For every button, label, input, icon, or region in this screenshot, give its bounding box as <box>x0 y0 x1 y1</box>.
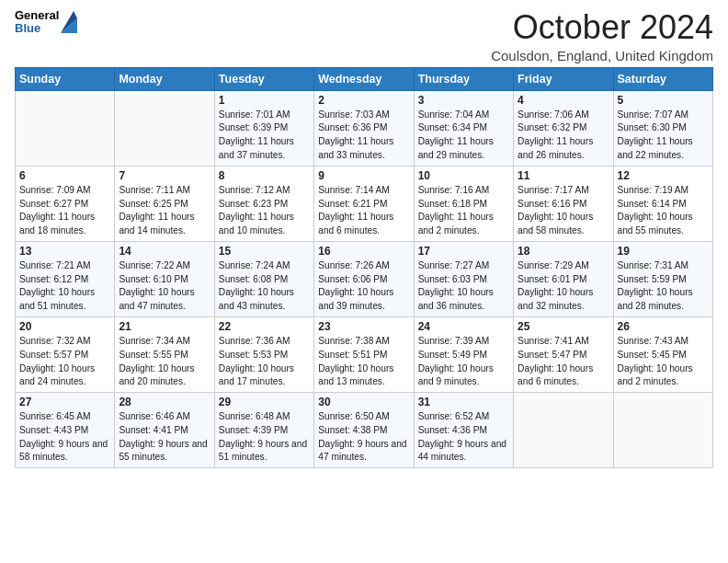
day-info: Sunrise: 7:22 AMSunset: 6:10 PMDaylight:… <box>119 259 210 314</box>
day-info: Sunrise: 7:01 AMSunset: 6:39 PMDaylight:… <box>219 109 310 163</box>
day-info: Sunrise: 7:43 AMSunset: 5:45 PMDaylight:… <box>618 335 709 389</box>
table-row: 26Sunrise: 7:43 AMSunset: 5:45 PMDayligh… <box>613 316 712 392</box>
table-row: 6Sunrise: 7:09 AMSunset: 6:27 PMDaylight… <box>16 166 115 241</box>
table-row: 27Sunrise: 6:45 AMSunset: 4:43 PMDayligh… <box>16 393 115 468</box>
table-row: 2Sunrise: 7:03 AMSunset: 6:36 PMDaylight… <box>314 90 414 166</box>
day-info: Sunrise: 7:32 AMSunset: 5:57 PMDaylight:… <box>19 335 110 389</box>
day-number: 13 <box>19 245 110 258</box>
day-info: Sunrise: 7:24 AMSunset: 6:08 PMDaylight:… <box>219 259 310 314</box>
day-info: Sunrise: 7:29 AMSunset: 6:01 PMDaylight:… <box>518 259 609 314</box>
col-monday: Monday <box>115 67 214 90</box>
day-info: Sunrise: 6:48 AMSunset: 4:39 PMDaylight:… <box>219 410 310 465</box>
day-number: 9 <box>318 169 409 182</box>
month-title: October 2024 <box>491 9 713 46</box>
day-number: 15 <box>219 245 310 258</box>
table-row: 19Sunrise: 7:31 AMSunset: 5:59 PMDayligh… <box>613 241 712 316</box>
table-row: 10Sunrise: 7:16 AMSunset: 6:18 PMDayligh… <box>414 166 513 241</box>
day-number: 2 <box>318 94 409 107</box>
col-tuesday: Tuesday <box>214 67 313 90</box>
table-row: 9Sunrise: 7:14 AMSunset: 6:21 PMDaylight… <box>314 166 414 241</box>
day-number: 5 <box>618 94 709 107</box>
day-number: 16 <box>318 245 409 258</box>
day-info: Sunrise: 7:11 AMSunset: 6:25 PMDaylight:… <box>119 184 210 238</box>
day-info: Sunrise: 7:41 AMSunset: 5:47 PMDaylight:… <box>518 335 609 389</box>
day-number: 8 <box>219 169 310 182</box>
col-friday: Friday <box>514 67 613 90</box>
calendar-week-row: 6Sunrise: 7:09 AMSunset: 6:27 PMDaylight… <box>16 166 713 241</box>
day-info: Sunrise: 7:36 AMSunset: 5:53 PMDaylight:… <box>219 335 310 389</box>
table-row: 17Sunrise: 7:27 AMSunset: 6:03 PMDayligh… <box>414 241 513 316</box>
table-row: 30Sunrise: 6:50 AMSunset: 4:38 PMDayligh… <box>314 393 414 468</box>
table-row: 29Sunrise: 6:48 AMSunset: 4:39 PMDayligh… <box>214 393 313 468</box>
day-number: 26 <box>618 320 709 333</box>
day-number: 12 <box>618 169 709 182</box>
day-info: Sunrise: 7:14 AMSunset: 6:21 PMDaylight:… <box>318 184 409 238</box>
calendar-week-row: 20Sunrise: 7:32 AMSunset: 5:57 PMDayligh… <box>16 316 713 392</box>
day-number: 27 <box>19 396 110 408</box>
day-number: 25 <box>518 320 609 333</box>
col-sunday: Sunday <box>16 67 115 90</box>
header: General Blue October 2024 Coulsdon, Engl… <box>15 9 713 63</box>
table-row <box>514 393 613 468</box>
day-info: Sunrise: 7:09 AMSunset: 6:27 PMDaylight:… <box>19 184 110 238</box>
day-number: 18 <box>518 245 609 258</box>
day-number: 29 <box>219 396 310 408</box>
table-row: 13Sunrise: 7:21 AMSunset: 6:12 PMDayligh… <box>16 241 115 316</box>
day-info: Sunrise: 7:07 AMSunset: 6:30 PMDaylight:… <box>618 109 709 163</box>
col-saturday: Saturday <box>613 67 712 90</box>
day-number: 11 <box>518 169 609 182</box>
day-info: Sunrise: 7:03 AMSunset: 6:36 PMDaylight:… <box>318 109 409 163</box>
col-thursday: Thursday <box>414 67 513 90</box>
day-info: Sunrise: 7:31 AMSunset: 5:59 PMDaylight:… <box>618 259 709 314</box>
title-block: October 2024 Coulsdon, England, United K… <box>491 9 713 63</box>
day-number: 20 <box>19 320 110 333</box>
day-number: 3 <box>418 94 509 107</box>
day-info: Sunrise: 7:19 AMSunset: 6:14 PMDaylight:… <box>618 184 709 238</box>
calendar-week-row: 13Sunrise: 7:21 AMSunset: 6:12 PMDayligh… <box>16 241 713 316</box>
table-row: 14Sunrise: 7:22 AMSunset: 6:10 PMDayligh… <box>115 241 214 316</box>
day-number: 17 <box>418 245 509 258</box>
table-row: 20Sunrise: 7:32 AMSunset: 5:57 PMDayligh… <box>16 316 115 392</box>
logo-general: General <box>15 9 59 22</box>
day-number: 23 <box>318 320 409 333</box>
day-info: Sunrise: 7:38 AMSunset: 5:51 PMDaylight:… <box>318 335 409 389</box>
col-wednesday: Wednesday <box>314 67 414 90</box>
day-number: 30 <box>318 396 409 408</box>
logo-blue: Blue <box>15 22 59 35</box>
table-row: 25Sunrise: 7:41 AMSunset: 5:47 PMDayligh… <box>514 316 613 392</box>
table-row: 3Sunrise: 7:04 AMSunset: 6:34 PMDaylight… <box>414 90 513 166</box>
day-number: 28 <box>119 396 210 408</box>
table-row: 4Sunrise: 7:06 AMSunset: 6:32 PMDaylight… <box>514 90 613 166</box>
table-row: 1Sunrise: 7:01 AMSunset: 6:39 PMDaylight… <box>214 90 313 166</box>
day-info: Sunrise: 7:12 AMSunset: 6:23 PMDaylight:… <box>219 184 310 238</box>
day-number: 1 <box>219 94 310 107</box>
day-info: Sunrise: 7:39 AMSunset: 5:49 PMDaylight:… <box>418 335 509 389</box>
day-info: Sunrise: 7:27 AMSunset: 6:03 PMDaylight:… <box>418 259 509 314</box>
day-info: Sunrise: 7:16 AMSunset: 6:18 PMDaylight:… <box>418 184 509 238</box>
table-row <box>115 90 214 166</box>
day-number: 24 <box>418 320 509 333</box>
table-row: 21Sunrise: 7:34 AMSunset: 5:55 PMDayligh… <box>115 316 214 392</box>
page: General Blue October 2024 Coulsdon, Engl… <box>0 0 728 563</box>
header-row: Sunday Monday Tuesday Wednesday Thursday… <box>16 67 713 90</box>
logo-text: General Blue <box>15 9 59 36</box>
day-info: Sunrise: 7:34 AMSunset: 5:55 PMDaylight:… <box>119 335 210 389</box>
day-number: 14 <box>119 245 210 258</box>
calendar-week-row: 1Sunrise: 7:01 AMSunset: 6:39 PMDaylight… <box>16 90 713 166</box>
calendar-week-row: 27Sunrise: 6:45 AMSunset: 4:43 PMDayligh… <box>16 393 713 468</box>
table-row: 5Sunrise: 7:07 AMSunset: 6:30 PMDaylight… <box>613 90 712 166</box>
table-row: 28Sunrise: 6:46 AMSunset: 4:41 PMDayligh… <box>115 393 214 468</box>
table-row: 7Sunrise: 7:11 AMSunset: 6:25 PMDaylight… <box>115 166 214 241</box>
day-number: 19 <box>618 245 709 258</box>
table-row: 15Sunrise: 7:24 AMSunset: 6:08 PMDayligh… <box>214 241 313 316</box>
table-row: 8Sunrise: 7:12 AMSunset: 6:23 PMDaylight… <box>214 166 313 241</box>
table-row: 22Sunrise: 7:36 AMSunset: 5:53 PMDayligh… <box>214 316 313 392</box>
table-row: 23Sunrise: 7:38 AMSunset: 5:51 PMDayligh… <box>314 316 414 392</box>
table-row <box>613 393 712 468</box>
day-number: 21 <box>119 320 210 333</box>
day-number: 6 <box>19 169 110 182</box>
table-row: 24Sunrise: 7:39 AMSunset: 5:49 PMDayligh… <box>414 316 513 392</box>
day-info: Sunrise: 6:45 AMSunset: 4:43 PMDaylight:… <box>19 410 110 465</box>
table-row: 31Sunrise: 6:52 AMSunset: 4:36 PMDayligh… <box>414 393 513 468</box>
day-number: 10 <box>418 169 509 182</box>
